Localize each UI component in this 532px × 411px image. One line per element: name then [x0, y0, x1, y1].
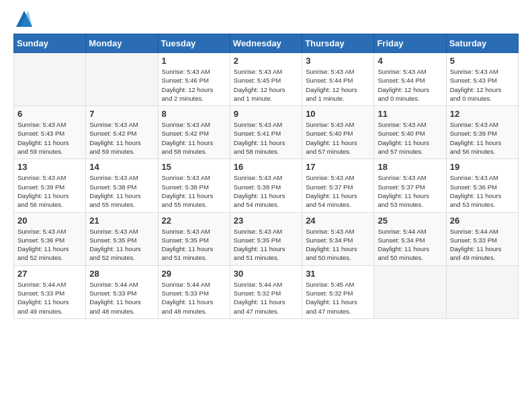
calendar-day-cell: 13Sunrise: 5:43 AMSunset: 5:39 PMDayligh…: [14, 159, 86, 212]
day-info: Sunrise: 5:44 AMSunset: 5:33 PMDaylight:…: [17, 280, 82, 316]
calendar-day-cell: 29Sunrise: 5:44 AMSunset: 5:33 PMDayligh…: [158, 265, 230, 318]
calendar-day-cell: 17Sunrise: 5:43 AMSunset: 5:37 PMDayligh…: [302, 159, 374, 212]
calendar-day-cell: 30Sunrise: 5:44 AMSunset: 5:32 PMDayligh…: [230, 265, 302, 318]
day-number: 10: [306, 109, 370, 119]
calendar-day-cell: 21Sunrise: 5:43 AMSunset: 5:35 PMDayligh…: [86, 212, 158, 265]
day-info: Sunrise: 5:43 AMSunset: 5:42 PMDaylight:…: [89, 120, 154, 156]
calendar-day-cell: [374, 265, 446, 318]
day-number: 30: [234, 269, 298, 279]
day-number: 31: [306, 269, 370, 279]
calendar-week-row: 13Sunrise: 5:43 AMSunset: 5:39 PMDayligh…: [14, 159, 519, 212]
day-info: Sunrise: 5:45 AMSunset: 5:32 PMDaylight:…: [306, 280, 370, 316]
day-info: Sunrise: 5:44 AMSunset: 5:34 PMDaylight:…: [378, 227, 442, 263]
calendar-day-cell: 24Sunrise: 5:43 AMSunset: 5:34 PMDayligh…: [302, 212, 374, 265]
calendar-day-cell: 20Sunrise: 5:43 AMSunset: 5:36 PMDayligh…: [14, 212, 86, 265]
day-info: Sunrise: 5:44 AMSunset: 5:33 PMDaylight:…: [162, 280, 226, 316]
day-number: 9: [234, 109, 298, 119]
calendar-day-cell: 19Sunrise: 5:43 AMSunset: 5:36 PMDayligh…: [446, 159, 518, 212]
day-info: Sunrise: 5:43 AMSunset: 5:45 PMDaylight:…: [234, 67, 298, 103]
day-number: 4: [378, 56, 442, 66]
calendar-day-cell: 14Sunrise: 5:43 AMSunset: 5:38 PMDayligh…: [86, 159, 158, 212]
day-number: 16: [234, 162, 298, 172]
day-info: Sunrise: 5:43 AMSunset: 5:44 PMDaylight:…: [378, 67, 442, 103]
day-number: 5: [450, 56, 515, 66]
day-info: Sunrise: 5:43 AMSunset: 5:39 PMDaylight:…: [450, 120, 515, 156]
day-info: Sunrise: 5:43 AMSunset: 5:37 PMDaylight:…: [378, 173, 442, 209]
calendar-day-header: Sunday: [14, 34, 86, 53]
day-info: Sunrise: 5:43 AMSunset: 5:35 PMDaylight:…: [89, 227, 154, 263]
day-info: Sunrise: 5:43 AMSunset: 5:38 PMDaylight:…: [89, 173, 154, 209]
day-info: Sunrise: 5:43 AMSunset: 5:38 PMDaylight:…: [234, 173, 298, 209]
calendar-day-cell: 25Sunrise: 5:44 AMSunset: 5:34 PMDayligh…: [374, 212, 446, 265]
day-info: Sunrise: 5:43 AMSunset: 5:35 PMDaylight:…: [162, 227, 226, 263]
day-info: Sunrise: 5:43 AMSunset: 5:46 PMDaylight:…: [162, 67, 226, 103]
day-number: 22: [162, 216, 226, 226]
calendar-day-cell: 23Sunrise: 5:43 AMSunset: 5:35 PMDayligh…: [230, 212, 302, 265]
calendar-day-header: Thursday: [302, 34, 374, 53]
calendar-table: SundayMondayTuesdayWednesdayThursdayFrid…: [13, 34, 519, 319]
calendar-day-cell: 11Sunrise: 5:43 AMSunset: 5:40 PMDayligh…: [374, 106, 446, 159]
day-number: 13: [17, 162, 82, 172]
day-info: Sunrise: 5:43 AMSunset: 5:42 PMDaylight:…: [162, 120, 226, 156]
day-number: 8: [162, 109, 226, 119]
day-number: 27: [17, 269, 82, 279]
day-info: Sunrise: 5:43 AMSunset: 5:40 PMDaylight:…: [378, 120, 442, 156]
day-number: 14: [89, 162, 154, 172]
calendar-day-cell: 7Sunrise: 5:43 AMSunset: 5:42 PMDaylight…: [86, 106, 158, 159]
calendar-day-cell: 5Sunrise: 5:43 AMSunset: 5:43 PMDaylight…: [446, 53, 518, 106]
day-number: 23: [234, 216, 298, 226]
calendar-day-cell: 6Sunrise: 5:43 AMSunset: 5:43 PMDaylight…: [14, 106, 86, 159]
day-number: 7: [89, 109, 154, 119]
day-info: Sunrise: 5:43 AMSunset: 5:36 PMDaylight:…: [450, 173, 515, 209]
day-info: Sunrise: 5:43 AMSunset: 5:36 PMDaylight:…: [17, 227, 82, 263]
calendar-day-cell: 26Sunrise: 5:44 AMSunset: 5:33 PMDayligh…: [446, 212, 518, 265]
calendar-day-cell: 28Sunrise: 5:44 AMSunset: 5:33 PMDayligh…: [86, 265, 158, 318]
logo: [13, 13, 32, 27]
calendar-day-header: Saturday: [446, 34, 518, 53]
day-number: 24: [306, 216, 370, 226]
day-number: 26: [450, 216, 515, 226]
calendar-day-cell: 12Sunrise: 5:43 AMSunset: 5:39 PMDayligh…: [446, 106, 518, 159]
day-info: Sunrise: 5:44 AMSunset: 5:32 PMDaylight:…: [234, 280, 298, 316]
day-number: 6: [17, 109, 82, 119]
day-info: Sunrise: 5:43 AMSunset: 5:34 PMDaylight:…: [306, 227, 370, 263]
day-info: Sunrise: 5:43 AMSunset: 5:40 PMDaylight:…: [306, 120, 370, 156]
day-number: 29: [162, 269, 226, 279]
calendar-day-cell: 1Sunrise: 5:43 AMSunset: 5:46 PMDaylight…: [158, 53, 230, 106]
day-number: 11: [378, 109, 442, 119]
calendar-week-row: 1Sunrise: 5:43 AMSunset: 5:46 PMDaylight…: [14, 53, 519, 106]
day-number: 17: [306, 162, 370, 172]
calendar-day-cell: 22Sunrise: 5:43 AMSunset: 5:35 PMDayligh…: [158, 212, 230, 265]
day-number: 28: [89, 269, 154, 279]
day-info: Sunrise: 5:43 AMSunset: 5:35 PMDaylight:…: [234, 227, 298, 263]
calendar-day-cell: 18Sunrise: 5:43 AMSunset: 5:37 PMDayligh…: [374, 159, 446, 212]
calendar-day-cell: 16Sunrise: 5:43 AMSunset: 5:38 PMDayligh…: [230, 159, 302, 212]
calendar-week-row: 6Sunrise: 5:43 AMSunset: 5:43 PMDaylight…: [14, 106, 519, 159]
calendar-day-cell: [14, 53, 86, 106]
logo-icon: [16, 11, 32, 27]
day-info: Sunrise: 5:43 AMSunset: 5:38 PMDaylight:…: [162, 173, 226, 209]
calendar-day-header: Friday: [374, 34, 446, 53]
day-info: Sunrise: 5:43 AMSunset: 5:44 PMDaylight:…: [306, 67, 370, 103]
calendar-day-cell: 8Sunrise: 5:43 AMSunset: 5:42 PMDaylight…: [158, 106, 230, 159]
calendar-day-cell: 15Sunrise: 5:43 AMSunset: 5:38 PMDayligh…: [158, 159, 230, 212]
day-number: 15: [162, 162, 226, 172]
calendar-day-cell: 3Sunrise: 5:43 AMSunset: 5:44 PMDaylight…: [302, 53, 374, 106]
day-number: 1: [162, 56, 226, 66]
calendar-day-header: Tuesday: [158, 34, 230, 53]
day-info: Sunrise: 5:44 AMSunset: 5:33 PMDaylight:…: [89, 280, 154, 316]
calendar-day-cell: 31Sunrise: 5:45 AMSunset: 5:32 PMDayligh…: [302, 265, 374, 318]
calendar-week-row: 27Sunrise: 5:44 AMSunset: 5:33 PMDayligh…: [14, 265, 519, 318]
day-number: 18: [378, 162, 442, 172]
day-info: Sunrise: 5:43 AMSunset: 5:39 PMDaylight:…: [17, 173, 82, 209]
calendar-week-row: 20Sunrise: 5:43 AMSunset: 5:36 PMDayligh…: [14, 212, 519, 265]
day-number: 21: [89, 216, 154, 226]
calendar-day-header: Monday: [86, 34, 158, 53]
day-info: Sunrise: 5:43 AMSunset: 5:41 PMDaylight:…: [234, 120, 298, 156]
calendar-day-cell: 2Sunrise: 5:43 AMSunset: 5:45 PMDaylight…: [230, 53, 302, 106]
calendar-day-header: Wednesday: [230, 34, 302, 53]
calendar-day-cell: 10Sunrise: 5:43 AMSunset: 5:40 PMDayligh…: [302, 106, 374, 159]
day-number: 2: [234, 56, 298, 66]
day-info: Sunrise: 5:44 AMSunset: 5:33 PMDaylight:…: [450, 227, 515, 263]
calendar-day-cell: [446, 265, 518, 318]
